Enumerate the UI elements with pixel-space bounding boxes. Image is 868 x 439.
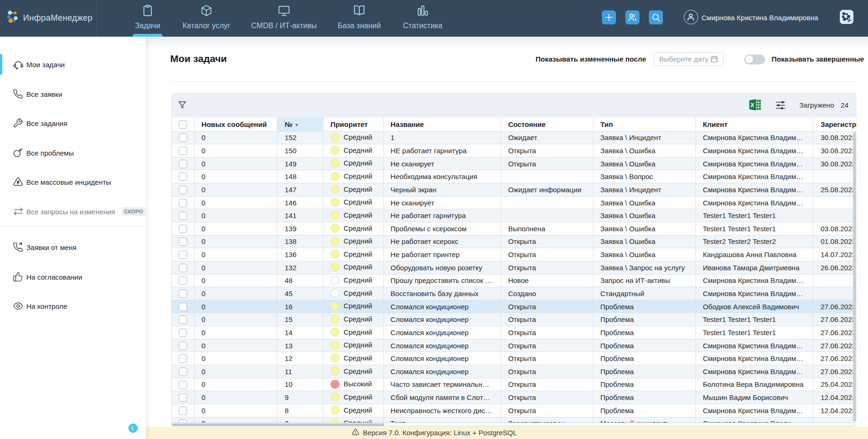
svg-text:X: X: [750, 102, 754, 109]
